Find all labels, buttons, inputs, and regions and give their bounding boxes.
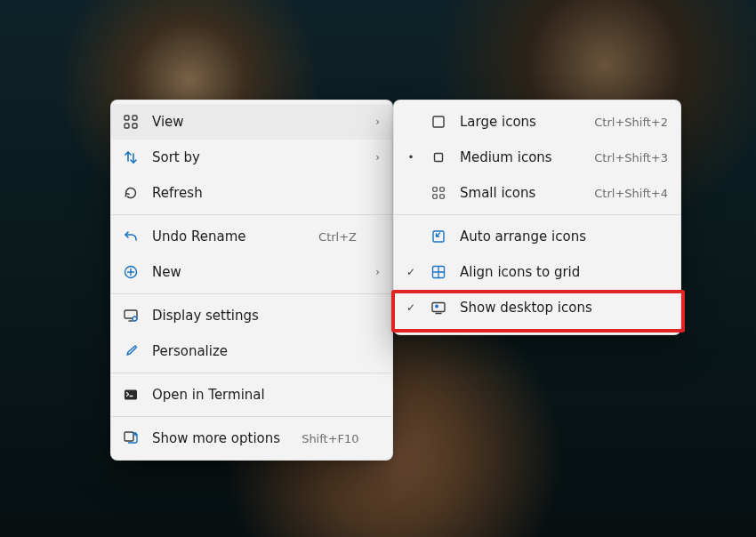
svg-rect-12 (440, 188, 444, 191)
menu-separator (111, 416, 392, 417)
submenu-item-large-icons[interactable]: Large icons Ctrl+Shift+2 (394, 104, 680, 140)
view-submenu: Large icons Ctrl+Shift+2 • Medium icons … (393, 100, 681, 335)
menu-item-label: Undo Rename (152, 228, 297, 244)
submenu-item-show-desktop-icons[interactable]: ✓ Show desktop icons (394, 290, 680, 325)
large-icons-icon (430, 113, 447, 131)
menu-item-sort-by[interactable]: Sort by › (111, 140, 392, 175)
svg-rect-17 (432, 303, 445, 312)
menu-separator (111, 373, 392, 373)
refresh-icon (122, 184, 140, 202)
personalize-brush-icon (122, 342, 140, 360)
desktop-context-menu: View › Sort by › Refresh (110, 100, 393, 461)
svg-rect-9 (433, 116, 444, 127)
svg-rect-11 (433, 188, 437, 191)
menu-item-open-terminal[interactable]: Open in Terminal (111, 377, 392, 413)
chevron-right-icon: › (369, 266, 380, 278)
svg-rect-3 (133, 124, 137, 128)
radio-selected-icon: • (405, 151, 417, 164)
small-icons-icon (430, 184, 447, 202)
menu-item-label: View (152, 114, 357, 130)
menu-item-label: Small icons (460, 185, 573, 201)
menu-item-display-settings[interactable]: Display settings (111, 298, 392, 333)
menu-item-label: Align icons to grid (460, 264, 668, 280)
sort-icon (122, 148, 140, 166)
menu-item-label: New (152, 264, 357, 280)
more-options-icon (122, 429, 140, 447)
menu-item-label: Show desktop icons (460, 300, 668, 316)
menu-item-label: Auto arrange icons (460, 228, 668, 244)
svg-rect-2 (125, 124, 129, 128)
checkmark-icon: ✓ (405, 301, 417, 314)
svg-rect-14 (440, 195, 444, 198)
submenu-item-small-icons[interactable]: Small icons Ctrl+Shift+4 (394, 175, 680, 211)
svg-rect-8 (125, 432, 133, 441)
menu-item-label: Refresh (152, 185, 357, 201)
menu-separator (111, 214, 392, 215)
display-settings-icon (122, 307, 140, 325)
menu-item-undo[interactable]: Undo Rename Ctrl+Z (111, 219, 392, 254)
menu-item-label: Medium icons (460, 149, 573, 165)
menu-separator (394, 214, 680, 215)
menu-item-shortcut: Ctrl+Shift+3 (594, 151, 668, 164)
checkmark-icon: ✓ (405, 266, 417, 278)
menu-item-label: Personalize (152, 343, 357, 359)
medium-icons-icon (430, 148, 447, 166)
menu-item-label: Open in Terminal (152, 387, 357, 403)
chevron-right-icon: › (369, 116, 380, 128)
menu-item-personalize[interactable]: Personalize (111, 333, 392, 369)
menu-item-label: Sort by (152, 149, 357, 165)
svg-rect-1 (133, 116, 137, 120)
svg-rect-13 (433, 195, 437, 198)
menu-item-shortcut: Ctrl+Shift+2 (594, 116, 668, 129)
submenu-item-align-grid[interactable]: ✓ Align icons to grid (394, 254, 680, 290)
undo-icon (122, 228, 140, 245)
menu-item-show-more-options[interactable]: Show more options Shift+F10 (111, 421, 392, 456)
menu-item-view[interactable]: View › (111, 104, 392, 140)
new-plus-icon (122, 263, 140, 281)
svg-point-18 (435, 305, 438, 309)
svg-point-6 (133, 317, 137, 321)
menu-item-label: Display settings (152, 308, 357, 324)
svg-rect-0 (125, 116, 129, 120)
view-grid-icon (122, 113, 140, 131)
svg-rect-7 (125, 390, 137, 400)
submenu-item-medium-icons[interactable]: • Medium icons Ctrl+Shift+3 (394, 140, 680, 175)
submenu-item-auto-arrange[interactable]: Auto arrange icons (394, 219, 680, 254)
align-grid-icon (430, 263, 447, 281)
menu-item-shortcut: Ctrl+Shift+4 (594, 187, 668, 200)
menu-item-label: Large icons (460, 114, 573, 130)
menu-item-refresh[interactable]: Refresh (111, 175, 392, 211)
menu-item-shortcut: Shift+F10 (302, 432, 358, 445)
menu-item-new[interactable]: New › (111, 254, 392, 290)
svg-rect-10 (435, 154, 443, 162)
desktop-icon (430, 299, 447, 317)
chevron-right-icon: › (369, 151, 380, 164)
terminal-icon (122, 386, 140, 404)
menu-item-shortcut: Ctrl+Z (318, 230, 357, 244)
menu-separator (111, 293, 392, 294)
menu-item-label: Show more options (152, 430, 280, 446)
auto-arrange-icon (430, 228, 447, 245)
